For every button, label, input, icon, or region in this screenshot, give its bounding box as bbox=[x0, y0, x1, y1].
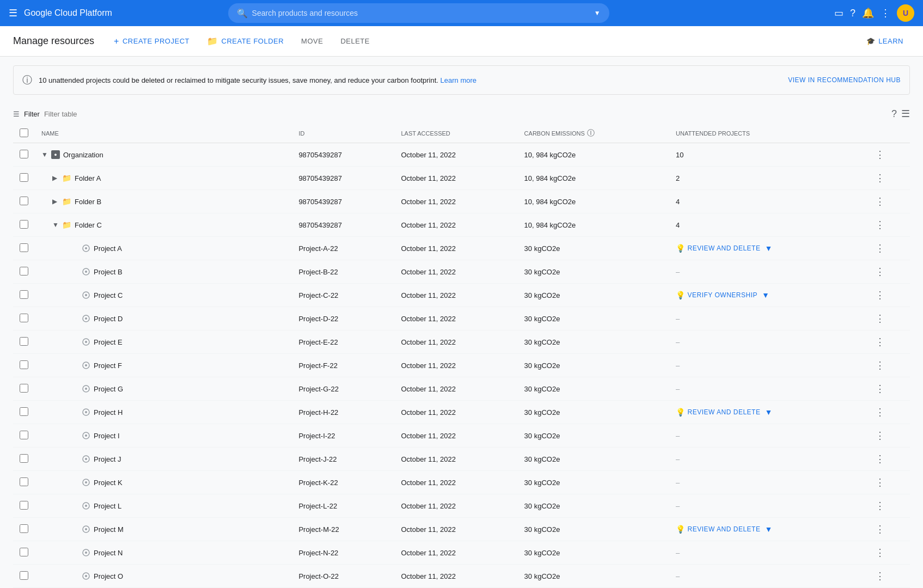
more-options-button[interactable]: ⋮ bbox=[875, 360, 885, 371]
create-folder-button[interactable]: 📁 CREATE FOLDER bbox=[200, 32, 290, 51]
row-checkbox[interactable] bbox=[20, 431, 28, 439]
more-options-button[interactable]: ⋮ bbox=[875, 571, 885, 581]
row-checkbox[interactable] bbox=[20, 337, 28, 346]
more-options-button[interactable]: ⋮ bbox=[875, 407, 885, 418]
collapse-icon[interactable]: ▼ bbox=[52, 221, 59, 229]
unattended-action-button[interactable]: 💡 REVIEW AND DELETE bbox=[676, 525, 760, 534]
row-checkbox[interactable] bbox=[20, 290, 28, 299]
more-options-button[interactable]: ⋮ bbox=[875, 336, 885, 347]
dash-value: – bbox=[676, 338, 680, 346]
select-all-header[interactable] bbox=[13, 124, 35, 143]
collapse-icon[interactable]: ▼ bbox=[41, 151, 48, 158]
action-dropdown-icon[interactable]: ▼ bbox=[765, 408, 772, 416]
carbon-cell: 30 kgCO2e bbox=[518, 494, 669, 518]
more-options-cell: ⋮ bbox=[869, 284, 910, 307]
more-options-button[interactable]: ⋮ bbox=[875, 383, 885, 394]
row-checkbox[interactable] bbox=[20, 524, 28, 533]
last-accessed-cell: October 11, 2022 bbox=[394, 494, 517, 518]
id-cell: Project-C-22 bbox=[292, 284, 394, 307]
hamburger-menu-icon[interactable]: ☰ bbox=[9, 7, 17, 19]
row-checkbox[interactable] bbox=[20, 150, 28, 158]
row-checkbox[interactable] bbox=[20, 220, 28, 229]
search-bar[interactable]: 🔍 ▼ bbox=[228, 3, 609, 23]
create-project-button[interactable]: + CREATE PROJECT bbox=[107, 32, 196, 51]
search-input[interactable] bbox=[252, 9, 590, 17]
svg-point-23 bbox=[85, 505, 87, 507]
notifications-icon[interactable]: 🔔 bbox=[862, 7, 874, 19]
row-checkbox[interactable] bbox=[20, 548, 28, 556]
row-checkbox[interactable] bbox=[20, 360, 28, 369]
action-dropdown-icon[interactable]: ▼ bbox=[765, 244, 772, 253]
row-checkbox[interactable] bbox=[20, 173, 28, 182]
move-button[interactable]: MOVE bbox=[295, 33, 329, 50]
learn-button[interactable]: 🎓 LEARN bbox=[860, 33, 910, 50]
unattended-action-button[interactable]: 💡 REVIEW AND DELETE bbox=[676, 244, 760, 253]
row-checkbox[interactable] bbox=[20, 384, 28, 393]
filter-icon: ☰ bbox=[13, 110, 20, 118]
project-icon bbox=[82, 244, 90, 253]
project-icon bbox=[82, 361, 90, 370]
row-name: Project K bbox=[94, 479, 123, 487]
filter-help-icon[interactable]: ? bbox=[891, 108, 897, 120]
row-checkbox[interactable] bbox=[20, 243, 28, 252]
carbon-cell: 30 kgCO2e bbox=[518, 354, 669, 377]
column-settings-icon[interactable]: ☰ bbox=[901, 108, 910, 120]
more-options-button[interactable]: ⋮ bbox=[875, 173, 885, 183]
expand-icon[interactable]: ▶ bbox=[52, 198, 59, 205]
row-checkbox[interactable] bbox=[20, 501, 28, 510]
unattended-cell: 💡 REVIEW AND DELETE ▼ bbox=[669, 518, 869, 541]
more-options-button[interactable]: ⋮ bbox=[875, 524, 885, 535]
more-options-button[interactable]: ⋮ bbox=[875, 219, 885, 230]
more-options-button[interactable]: ⋮ bbox=[875, 196, 885, 207]
last-accessed-cell: October 11, 2022 bbox=[394, 167, 517, 190]
more-options-button[interactable]: ⋮ bbox=[875, 454, 885, 464]
carbon-info-icon[interactable]: ⓘ bbox=[587, 128, 595, 138]
dash-value: – bbox=[676, 479, 680, 487]
select-all-checkbox[interactable] bbox=[20, 128, 28, 137]
more-options-button[interactable]: ⋮ bbox=[875, 430, 885, 441]
unattended-action-button[interactable]: 💡 VERIFY OWNERSHIP bbox=[676, 291, 757, 299]
carbon-cell: 30 kgCO2e bbox=[518, 307, 669, 330]
table-header-row: Name ID Last accessed Carbon emissions ⓘ… bbox=[13, 124, 910, 143]
action-dropdown-icon[interactable]: ▼ bbox=[765, 525, 772, 534]
more-options-button[interactable]: ⋮ bbox=[875, 290, 885, 301]
more-options-icon[interactable]: ⋮ bbox=[881, 7, 890, 19]
row-checkbox[interactable] bbox=[20, 267, 28, 275]
svg-point-5 bbox=[85, 294, 87, 296]
name-cell: ▶ 📁 Folder A bbox=[35, 167, 292, 190]
name-cell: Project L bbox=[35, 494, 292, 518]
filter-input[interactable] bbox=[44, 110, 136, 118]
terminal-icon[interactable]: ▭ bbox=[834, 7, 843, 19]
avatar[interactable]: U bbox=[897, 4, 914, 22]
row-name: Project H bbox=[94, 408, 123, 416]
resources-table: Name ID Last accessed Carbon emissions ⓘ… bbox=[13, 124, 910, 588]
action-dropdown-icon[interactable]: ▼ bbox=[762, 291, 769, 299]
search-dropdown-icon[interactable]: ▼ bbox=[594, 9, 601, 17]
row-checkbox[interactable] bbox=[20, 314, 28, 322]
unattended-count: 10 bbox=[676, 151, 683, 159]
carbon-cell: 30 kgCO2e bbox=[518, 518, 669, 541]
row-checkbox[interactable] bbox=[20, 477, 28, 486]
more-options-button[interactable]: ⋮ bbox=[875, 313, 885, 324]
row-name: Project M bbox=[94, 525, 124, 534]
expand-icon[interactable]: ▶ bbox=[52, 174, 59, 182]
svg-point-3 bbox=[85, 271, 87, 273]
view-recommendation-button[interactable]: VIEW IN RECOMMENDATION HUB bbox=[788, 76, 901, 84]
row-checkbox[interactable] bbox=[20, 571, 28, 580]
unattended-action-button[interactable]: 💡 REVIEW AND DELETE bbox=[676, 408, 760, 416]
more-options-button[interactable]: ⋮ bbox=[875, 266, 885, 277]
row-checkbox[interactable] bbox=[20, 197, 28, 205]
row-checkbox[interactable] bbox=[20, 454, 28, 463]
learn-more-link[interactable]: Learn more bbox=[441, 76, 476, 84]
more-options-button[interactable]: ⋮ bbox=[875, 477, 885, 488]
more-options-button[interactable]: ⋮ bbox=[875, 547, 885, 558]
more-options-button[interactable]: ⋮ bbox=[875, 500, 885, 511]
id-cell: 98705439287 bbox=[292, 213, 394, 237]
table-row: Project E Project-E-22October 11, 202230… bbox=[13, 330, 910, 354]
delete-button[interactable]: DELETE bbox=[334, 33, 376, 50]
row-checkbox[interactable] bbox=[20, 407, 28, 416]
more-options-button[interactable]: ⋮ bbox=[875, 243, 885, 254]
help-icon[interactable]: ? bbox=[850, 8, 855, 19]
more-options-button[interactable]: ⋮ bbox=[875, 149, 885, 160]
more-options-cell: ⋮ bbox=[869, 237, 910, 260]
